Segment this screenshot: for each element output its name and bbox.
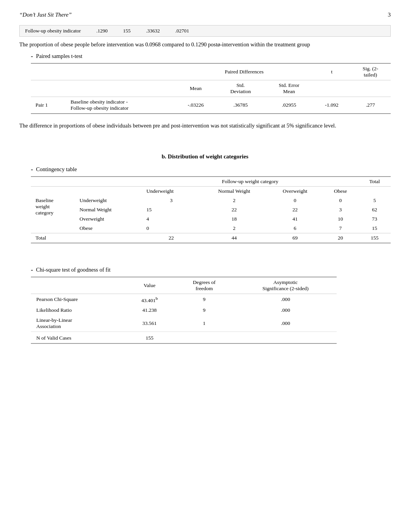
cont-th-total [359,186,391,196]
cont-baseline-label: Baselineweightcategory [31,196,75,233]
chi-nvalid-value: 155 [125,332,174,344]
chi-table: Value Degrees offreedom AsymptoticSignif… [31,277,337,344]
cont-cat-ow: Overweight [75,214,142,224]
chi-linear-sig: .000 [234,315,337,332]
paired-th-std-err: Std. ErrorMean [265,80,313,97]
cont-row-overweight: Overweight 4 18 41 10 73 [31,214,391,224]
cont-cat-ob: Obese [75,224,142,233]
paired-std-err: .02955 [265,97,313,114]
paired-header-row2: Mean Std.Deviation Std. ErrorMean [31,80,391,97]
cont-nw-total: 62 [359,205,391,214]
cont-total-label2 [75,233,142,243]
chi-pearson-label: Pearson Chi-Square [31,294,125,305]
cont-th-uw: Underweight [142,186,201,196]
cont-ob-ow: 6 [268,224,322,233]
paired-th-t2 [313,80,350,97]
paragraph1: The proportion of obese people before in… [19,41,391,49]
section-b-heading: b. Distribution of weight categories [19,153,391,160]
chi-section: - Chi-square test of goodness of fit Val… [31,267,391,344]
cont-cat-nw: Normal Weight [75,205,142,214]
chi-pearson-value: 43.401b [125,294,174,305]
cont-th-ow: Overweight [268,186,322,196]
info-box: Follow-up obesity indicator .1290 155 .3… [19,25,391,37]
paired-th-std-dev: Std.Deviation [216,80,265,97]
cont-cat-uw: Underweight [75,196,142,205]
cont-th-empty [31,177,142,187]
chi-linear-df: 1 [174,315,234,332]
paired-std-dev: .36785 [216,97,265,114]
info-value4: .02701 [175,28,189,34]
chi-th-asymp: AsymptoticSignificance (2-sided) [234,277,337,294]
paired-section: - Paired samples t-test Paired Differenc… [31,53,391,114]
cont-row-underweight: Baselineweightcategory Underweight 3 2 0… [31,196,391,205]
cont-total-ob: 20 [322,233,358,243]
chi-nvalid-label: N of Valid Cases [31,332,125,344]
cont-nw-ow: 22 [268,205,322,214]
paired-pair-label: Pair 1 [31,97,66,114]
page-number: 3 [388,12,391,18]
contingency-header-row1: Follow-up weight category Total [31,177,391,187]
chi-header-row1: Value Degrees offreedom AsymptoticSignif… [31,277,337,294]
chi-pearson-sig: .000 [234,294,337,305]
contingency-section: - Contingency table Follow-up weight cat… [31,166,391,243]
chi-likelihood-df: 9 [174,305,234,315]
chi-row-likelihood: Likelihood Ratio 41.238 9 .000 [31,305,337,315]
paired-sig: .277 [350,97,391,114]
chi-section-label: Chi-square test of goodness of fit [36,267,110,273]
info-value1: .1290 [96,28,107,34]
paired-section-label: Paired samples t-test [36,53,82,59]
cont-uw-ob: 0 [322,196,358,205]
paired-row-labels: Baseline obesity indicator -Follow-up ob… [66,97,175,114]
chi-th-empty [31,277,125,294]
cont-th-empty2 [31,186,142,196]
cont-total-ow: 69 [268,233,322,243]
cont-ow-total: 73 [359,214,391,224]
cont-uw-nw: 2 [201,196,268,205]
cont-ow-uw: 4 [142,214,201,224]
cont-th-total-header: Total [359,177,391,187]
bullet-chi-label: - Chi-square test of goodness of fit [31,267,391,274]
chi-nvalid-df [174,332,234,344]
paired-th-empty1 [31,63,175,80]
paired-header-row1: Paired Differences t Sig. (2-tailed) [31,63,391,80]
chi-pearson-df: 9 [174,294,234,305]
paired-th-t: t [313,63,350,80]
cont-uw-total: 5 [359,196,391,205]
cont-total-label1: Total [31,233,75,243]
cont-ob-nw: 2 [201,224,268,233]
info-value2: 155 [123,28,131,34]
paired-t: -1.092 [313,97,350,114]
cont-total-total: 155 [359,233,391,243]
bullet-contingency-label: - Contingency table [31,166,391,173]
paired-th-mean: Mean [175,80,217,97]
paired-th-empty2 [31,80,175,97]
cont-total-nw: 44 [201,233,268,243]
chi-th-value: Value [125,277,174,294]
paired-mean: -.03226 [175,97,217,114]
cont-th-ob: Obese [322,186,358,196]
bullet-dash-2: - [31,166,33,173]
cont-ow-ob: 10 [322,214,358,224]
paired-th-sig2 [350,80,391,97]
chi-likelihood-label: Likelihood Ratio [31,305,125,315]
cont-th-followup: Follow-up weight category [142,177,358,187]
chi-likelihood-sig: .000 [234,305,337,315]
cont-uw-uw: 3 [142,196,201,205]
cont-nw-nw: 22 [201,205,268,214]
cont-uw-ow: 0 [268,196,322,205]
bullet-dash-1: - [31,53,33,60]
chi-row-pearson: Pearson Chi-Square 43.401b 9 .000 [31,294,337,305]
paragraph2: The difference in proportions of obese i… [19,122,391,130]
cont-nw-uw: 15 [142,205,201,214]
paired-table: Paired Differences t Sig. (2-tailed) Mea… [31,63,391,114]
paired-th-sig: Sig. (2-tailed) [350,63,391,80]
cont-ob-ob: 7 [322,224,358,233]
page-header: “Don’t Just Sit There” 3 [19,12,391,18]
bullet-dash-3: - [31,267,33,274]
cont-nw-ob: 3 [322,205,358,214]
contingency-header-row2: Underweight Normal Weight Overweight Obe… [31,186,391,196]
cont-ob-uw: 0 [142,224,201,233]
contingency-section-label: Contingency table [36,166,77,173]
cont-total-uw: 22 [142,233,201,243]
chi-row-linear: Linear-by-LinearAssociation 33.561 1 .00… [31,315,337,332]
